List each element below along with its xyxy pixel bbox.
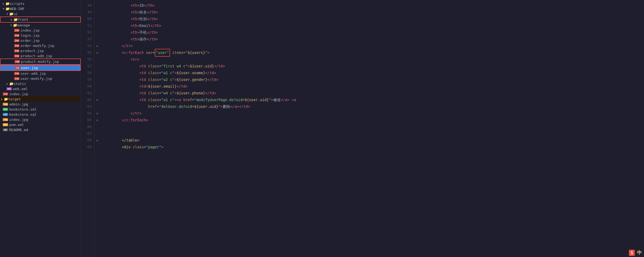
folder-icon: 📁 (5, 2, 10, 6)
code-content[interactable]: <th>ID</th> <th>姓名</th> <th>性别</th> <th>… (100, 0, 644, 257)
sidebar-item-ui[interactable]: ▼ 📁 ui (0, 11, 81, 16)
line-num-65: 65 (81, 117, 94, 124)
sidebar-item-scripts[interactable]: ▶ 📁 scripts (0, 1, 81, 6)
file-tree[interactable]: ▶ 📁 scripts ▼ 📁 WEB-INF ▼ 📁 ui ▶ 📁 front… (0, 0, 81, 257)
sidebar-item-manage[interactable]: ▼ 📁 manage (0, 23, 81, 28)
zh-label: 中 (637, 249, 642, 256)
readme-file-icon: md (3, 128, 8, 131)
sidebar-item-label: user-modify.jsp (21, 77, 52, 81)
sidebar-item-bookstore-sql[interactable]: sql bookstore.sql (0, 112, 81, 117)
gutter-48 (95, 2, 100, 9)
line-num-56: 56 (81, 56, 94, 63)
sidebar-item-label: scripts (10, 2, 25, 6)
sidebar-item-user-jsp[interactable]: jsp user.jsp (0, 65, 81, 71)
sidebar-item-target[interactable]: ▶ 📁 target (0, 97, 81, 102)
sidebar-item-label: WEB-INF (10, 7, 25, 11)
sidebar-item-label: order-modify.jsp (21, 44, 54, 48)
sidebar-item-index-jsp-root[interactable]: jsp index.jsp (0, 91, 81, 97)
sidebar-item-label: target (8, 97, 21, 101)
line-num-52: 52 (81, 29, 94, 36)
sidebar-item-index-jsp[interactable]: jsp index.jsp (0, 28, 81, 33)
folder-icon: 📁 (9, 82, 14, 86)
line-numbers: 48 49 50 51 52 53 54 55 56 57 58 59 60 6… (81, 0, 95, 257)
code-line-55: <c:forEach var="user" items="${users}"> (104, 49, 644, 56)
sidebar-item-login-jsp[interactable]: jsp login.jsp (0, 33, 81, 38)
code-line-49: <th>姓名</th> (104, 9, 644, 16)
code-line-58: <td class="w1 c">${user.uname}</td> (104, 70, 644, 76)
sidebar-item-web-xml[interactable]: xml web.xml (0, 86, 81, 91)
sidebar-item-static[interactable]: ▶ 📁 static (0, 81, 81, 86)
arrow-icon: ▼ (6, 12, 8, 15)
folder-icon: 📁 (5, 7, 10, 11)
sidebar-item-label: static (14, 82, 26, 86)
jsp-file-icon: jsp (15, 66, 20, 69)
sidebar-item-label: web.xml (13, 87, 28, 91)
arrow-icon: ▶ (1, 98, 3, 101)
sidebar-item-product-jsp[interactable]: jsp product.jsp (0, 48, 81, 53)
sidebar-item-label: index.jsp (9, 92, 28, 96)
sidebar-item-admin-jpg[interactable]: img admin.jpg (0, 102, 81, 107)
sidebar-item-label: bookstore.sql (9, 112, 37, 116)
line-num-61: 61 (81, 90, 94, 97)
sidebar-item-label: README.md (9, 128, 28, 132)
editor-gutter: ◇ ◇ ◇ ◇ ◇ ◇ (95, 0, 100, 257)
jsp-file-icon: jsp (14, 49, 19, 52)
gutter-66 (95, 124, 100, 130)
gutter-65: ◇ (95, 117, 100, 124)
sidebar-item-pom-xml[interactable]: xml pom.xml (0, 122, 81, 127)
line-num-58: 58 (81, 70, 94, 76)
code-editor: 48 49 50 51 52 53 54 55 56 57 58 59 60 6… (81, 0, 644, 257)
sidebar-item-product-add-jsp[interactable]: jsp product-add.jsp (0, 53, 81, 59)
jsp-file-icon: jsp (14, 29, 19, 32)
line-num-68: 68 (81, 137, 94, 144)
s-app-icon: S (629, 250, 635, 256)
sidebar-item-order-jsp[interactable]: jsp order.jsp (0, 38, 81, 43)
line-num-57: 57 (81, 63, 94, 70)
sidebar-item-readme[interactable]: md README.md (0, 127, 81, 132)
code-line-66 (104, 124, 644, 130)
gutter-54: ◇ (95, 43, 100, 49)
code-line-64: </tr> (104, 110, 644, 117)
code-line-60: <td>${user.email}</td> (104, 83, 644, 90)
line-num-53: 53 (81, 36, 94, 43)
img-file-icon: img (3, 103, 8, 106)
sql-file-icon: sql (3, 113, 8, 116)
jsp-file-icon: jsp (3, 92, 8, 95)
gutter-57 (95, 63, 100, 70)
code-line-51: <th>Email</th> (104, 22, 644, 29)
gutter-52 (95, 29, 100, 36)
gutter-58 (95, 70, 100, 76)
img-file-icon: img (3, 118, 8, 121)
sidebar-item-index-jpg[interactable]: img index.jpg (0, 117, 81, 122)
jsp-file-icon: jsp (14, 54, 19, 57)
sidebar-item-front[interactable]: ▶ 📁 front (0, 16, 81, 23)
arrow-icon: ▶ (6, 82, 8, 85)
sidebar-item-web-inf[interactable]: ▼ 📁 WEB-INF (0, 6, 81, 11)
code-line-48: <th>ID</th> (104, 2, 644, 9)
gutter-55: ◇ (95, 49, 100, 56)
sidebar-item-user-modify-jsp[interactable]: jsp user-modify.jsp (0, 76, 81, 81)
gutter-50 (95, 16, 100, 22)
folder-icon: 📁 (14, 18, 18, 22)
xml-file-icon: xml (6, 87, 12, 90)
code-line-65: </c:forEach> (104, 117, 644, 124)
gutter-51 (95, 22, 100, 29)
line-num-69: 69 (81, 144, 94, 150)
gutter-61 (95, 90, 100, 97)
gutter-68: ◇ (95, 137, 100, 144)
folder-icon: 📁 (9, 12, 14, 16)
jsp-file-icon: jsp (14, 34, 19, 37)
iml-file-icon: iml (3, 108, 8, 111)
sidebar-item-order-modify-jsp[interactable]: jsp order-modify.jsp (0, 43, 81, 48)
arrow-icon: ▼ (10, 24, 12, 27)
code-line-53: <th>操作</th> (104, 36, 644, 43)
code-line-61: <td class="w4 c">${user.phone}</td> (104, 90, 644, 97)
sidebar-item-product-modify-jsp[interactable]: jsp product-modify.jsp (0, 59, 81, 65)
jsp-file-icon: jsp (14, 77, 19, 80)
sidebar-item-bookstore-iml[interactable]: iml bookstore.iml (0, 107, 81, 112)
sidebar-item-user-add-jsp[interactable]: jsp user-add.jsp (0, 71, 81, 76)
line-num-48: 48 (81, 2, 94, 9)
gutter-59 (95, 76, 100, 83)
code-line-69: <div class="pager"> (104, 144, 644, 150)
sidebar-item-label: user.jsp (21, 66, 38, 70)
